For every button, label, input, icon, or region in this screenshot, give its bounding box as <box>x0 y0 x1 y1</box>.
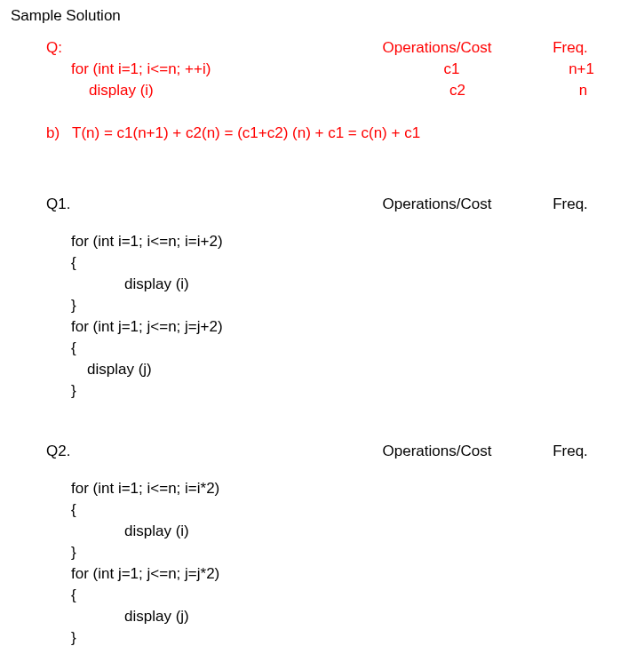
q2-header-row: Q2. Operations/Cost Freq. <box>11 443 633 460</box>
q1-code-l3: display (i) <box>11 275 435 293</box>
q2-code-l2: { <box>11 501 382 519</box>
partb-text: T(n) = c1(n+1) + c2(n) = (c1+c2) (n) + c… <box>72 124 420 141</box>
example-line2-freq: n <box>533 82 633 100</box>
example-line1: for (int i=1; i<=n; ++i) c1 n+1 <box>11 60 633 78</box>
q2-code-l3: display (i) <box>11 522 435 540</box>
example-line1-code: for (int i=1; i<=n; ++i) <box>11 60 374 78</box>
example-header-row: Q: Operations/Cost Freq. <box>11 39 633 57</box>
example-label: Q: <box>11 39 357 57</box>
q1-code-l2: { <box>11 254 382 272</box>
q2-code-l8: } <box>11 629 382 647</box>
q2-code-l7: display (j) <box>11 608 435 626</box>
example-line2: display (i) c2 n <box>11 82 633 100</box>
q1-code-l4: } <box>11 297 382 315</box>
q1-freq-header: Freq. <box>517 195 624 213</box>
q1-code-l1: for (int i=1; i<=n; i=i+2) <box>11 233 382 251</box>
example-freq-header: Freq. <box>517 39 624 57</box>
q1-ops-header: Operations/Cost <box>357 195 517 213</box>
q1-code-l6: { <box>11 339 382 357</box>
q1-code-l7: display (j) <box>11 361 398 379</box>
partb-label: b) <box>46 124 60 141</box>
part-b-line: b) T(n) = c1(n+1) + c2(n) = (c1+c2) (n) … <box>11 124 633 142</box>
q1-code-l5: for (int j=1; j<=n; j=j+2) <box>11 318 382 336</box>
page-title: Sample Solution <box>11 7 633 25</box>
q2-label: Q2. <box>11 443 357 460</box>
q1-label: Q1. <box>11 195 357 213</box>
q1-code-l8: } <box>11 382 382 400</box>
q2-ops-header: Operations/Cost <box>357 443 517 460</box>
example-line2-code: display (i) <box>11 82 382 100</box>
q2-code-l6: { <box>11 586 382 604</box>
q2-code-l4: } <box>11 544 382 562</box>
example-line1-ops: c1 <box>374 60 529 78</box>
q1-header-row: Q1. Operations/Cost Freq. <box>11 195 633 213</box>
example-ops-header: Operations/Cost <box>357 39 517 57</box>
q2-freq-header: Freq. <box>517 443 624 460</box>
q2-code-l1: for (int i=1; i<=n; i=i*2) <box>11 480 382 498</box>
example-line1-freq: n+1 <box>529 60 633 78</box>
q2-code-l5: for (int j=1; j<=n; j=j*2) <box>11 565 382 583</box>
example-line2-ops: c2 <box>382 82 533 100</box>
